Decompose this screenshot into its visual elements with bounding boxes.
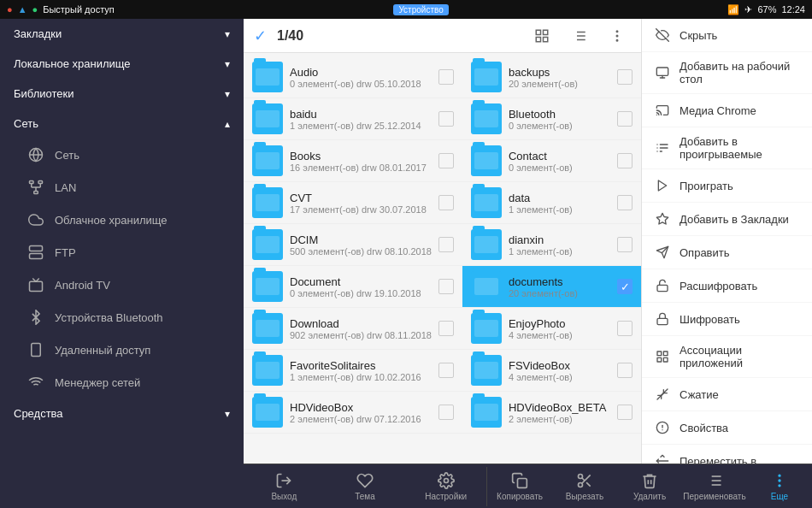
time-display: 12:24: [781, 4, 805, 15]
file-item-fsvideobox[interactable]: FSVideoBox4 элемент(-ов): [462, 350, 641, 392]
file-select-checkbox[interactable]: [617, 321, 633, 336]
context-menu-item-hide[interactable]: Скрыть: [642, 19, 812, 52]
bluetooth-icon: [27, 309, 44, 326]
delete-button[interactable]: Удалить: [617, 467, 682, 506]
file-item-document[interactable]: Document0 элемент(-ов) drw 19.10.2018: [244, 266, 462, 308]
sidebar-section-network[interactable]: Сеть ▴: [0, 109, 244, 139]
sidebar-section-libraries[interactable]: Библиотеки ▾: [0, 79, 244, 109]
context-menu-item-media-chrome[interactable]: Медиа Chrome: [642, 94, 812, 127]
context-menu-item-decrypt[interactable]: Расшифровать: [642, 269, 812, 303]
file-select-checkbox[interactable]: ✓: [617, 279, 633, 294]
svg-point-59: [444, 478, 448, 482]
file-item-contact[interactable]: Contact0 элемент(-ов): [462, 140, 641, 182]
file-select-checkbox[interactable]: [438, 279, 454, 294]
file-select-checkbox[interactable]: [438, 195, 454, 210]
grid-view-btn[interactable]: [528, 22, 556, 50]
file-item-audio[interactable]: Audio0 элемент(-ов) drw 05.10.2018: [244, 56, 462, 98]
sidebar-item-bluetooth[interactable]: Устройства Bluetooth: [0, 301, 244, 334]
file-item-hdvideobox_beta[interactable]: HDVideoBox_BETA2 элемент(-ов): [462, 392, 641, 434]
chevron-up-icon: ▴: [225, 118, 230, 130]
file-item-enjoyphoto[interactable]: EnjoyPhoto4 элемент(-ов): [462, 308, 641, 350]
sidebar-item-netmanager[interactable]: Менеджер сетей: [0, 366, 244, 399]
settings-button[interactable]: Настройки: [405, 467, 486, 506]
file-meta: 17 элемент(-ов) drw 30.07.2018: [290, 204, 432, 215]
context-menu-item-properties[interactable]: Свойства: [642, 411, 812, 445]
more-options-btn[interactable]: [603, 22, 631, 50]
more-button[interactable]: Еще: [747, 467, 812, 506]
svg-rect-20: [544, 37, 548, 41]
battery-text: 67%: [757, 4, 776, 15]
file-meta: 20 элемент(-ов): [509, 288, 610, 298]
cut-button[interactable]: Вырезать: [552, 467, 617, 506]
file-select-checkbox[interactable]: [438, 153, 454, 168]
context-menu-item-compress[interactable]: Сжатие: [642, 378, 812, 411]
file-select-checkbox[interactable]: [617, 111, 633, 127]
file-name: Document: [290, 275, 432, 288]
svg-rect-47: [657, 351, 662, 356]
svg-rect-2: [30, 181, 34, 184]
context-menu: СкрытьДобавить на рабочий столМедиа Chro…: [641, 19, 812, 464]
file-select-checkbox[interactable]: [438, 405, 454, 420]
sidebar: Закладки ▾ Локальное хранилище ▾ Библиот…: [0, 19, 244, 508]
file-select-checkbox[interactable]: [617, 195, 633, 210]
sidebar-item-network[interactable]: Сеть: [0, 139, 244, 171]
context-menu-label: Добавить в проигрываемые: [680, 135, 800, 161]
file-select-checkbox[interactable]: [438, 111, 454, 127]
copy-icon: [511, 472, 528, 489]
sidebar-item-androidtv[interactable]: Android TV: [0, 269, 244, 301]
file-select-checkbox[interactable]: [617, 405, 633, 420]
file-select-checkbox[interactable]: [617, 153, 633, 168]
rename-button[interactable]: Переименовать: [682, 467, 747, 506]
copy-label: Копировать: [497, 492, 543, 501]
file-select-checkbox[interactable]: [438, 363, 454, 378]
sidebar-section-tools[interactable]: Средства ▾: [0, 399, 244, 428]
context-menu-item-add-desktop[interactable]: Добавить на рабочий стол: [642, 52, 812, 94]
context-menu-item-add-playlist[interactable]: Добавить в проигрываемые: [642, 127, 812, 169]
exit-button[interactable]: Выход: [244, 467, 325, 506]
folder-icon: [252, 313, 283, 344]
file-meta: 20 элемент(-ов): [509, 79, 610, 89]
context-menu-item-add-bookmark[interactable]: Добавить в Закладки: [642, 203, 812, 236]
sidebar-section-bookmarks[interactable]: Закладки ▾: [0, 19, 244, 49]
wifi-icon: [27, 374, 44, 391]
folder-icon: [252, 187, 283, 218]
file-select-checkbox[interactable]: [438, 321, 454, 336]
file-item-bluetooth[interactable]: Bluetooth0 элемент(-ов): [462, 98, 641, 140]
folder-icon: [471, 313, 502, 344]
sidebar-item-ftp[interactable]: FTP: [0, 236, 244, 269]
file-name: FavoriteSolitaires: [290, 359, 432, 372]
svg-point-72: [779, 475, 780, 476]
theme-button[interactable]: Тема: [325, 467, 406, 506]
list-view-btn[interactable]: [566, 22, 593, 50]
file-item-hdvideobox[interactable]: HDVideoBox2 элемент(-ов) drw 07.12.2016: [244, 392, 462, 434]
sidebar-item-lan[interactable]: LAN: [0, 171, 244, 204]
copy-button[interactable]: Копировать: [487, 467, 552, 506]
file-item-cvt[interactable]: CVT17 элемент(-ов) drw 30.07.2018: [244, 182, 462, 224]
file-item-favoritesolitaires[interactable]: FavoriteSolitaires1 элемент(-ов) drw 10.…: [244, 350, 462, 392]
file-item-dcim[interactable]: DCIM500 элемент(-ов) drw 08.10.2018: [244, 224, 462, 266]
file-select-checkbox[interactable]: [617, 363, 633, 378]
file-select-checkbox[interactable]: [438, 69, 454, 85]
file-item-data[interactable]: data1 элемент(-ов): [462, 182, 641, 224]
context-menu-item-encrypt[interactable]: Шифровать: [642, 303, 812, 336]
context-menu-item-send[interactable]: Оправить: [642, 236, 812, 269]
sidebar-section-local[interactable]: Локальное хранилище ▾: [0, 49, 244, 79]
context-menu-item-move-to[interactable]: Переместить в: [642, 445, 812, 464]
file-select-checkbox[interactable]: [438, 237, 454, 252]
file-meta: 902 элемент(-ов) drw 08.11.2018: [290, 330, 432, 340]
file-item-books[interactable]: Books16 элемент(-ов) drw 08.01.2017: [244, 140, 462, 182]
file-item-documents[interactable]: documents20 элемент(-ов)✓: [462, 266, 641, 308]
file-item-backups[interactable]: backups20 элемент(-ов): [462, 56, 641, 98]
context-menu-item-play[interactable]: Проиграть: [642, 169, 812, 203]
sidebar-item-remote[interactable]: Удаленный доступ: [0, 334, 244, 366]
context-menu-item-app-assoc[interactable]: Ассоциации приложений: [642, 336, 812, 378]
file-select-checkbox[interactable]: [617, 237, 633, 252]
status-bar-app-name: Быстрый доступ: [43, 4, 115, 15]
app-logo-green: ●: [32, 4, 38, 15]
file-meta: 0 элемент(-ов): [509, 121, 610, 131]
file-select-checkbox[interactable]: [617, 69, 633, 85]
file-item-dianxin[interactable]: dianxin1 элемент(-ов): [462, 224, 641, 266]
sidebar-item-cloud[interactable]: Облачное хранилище: [0, 204, 244, 236]
file-item-baidu[interactable]: baidu1 элемент(-ов) drw 25.12.2014: [244, 98, 462, 140]
file-item-download[interactable]: Download902 элемент(-ов) drw 08.11.2018: [244, 308, 462, 350]
